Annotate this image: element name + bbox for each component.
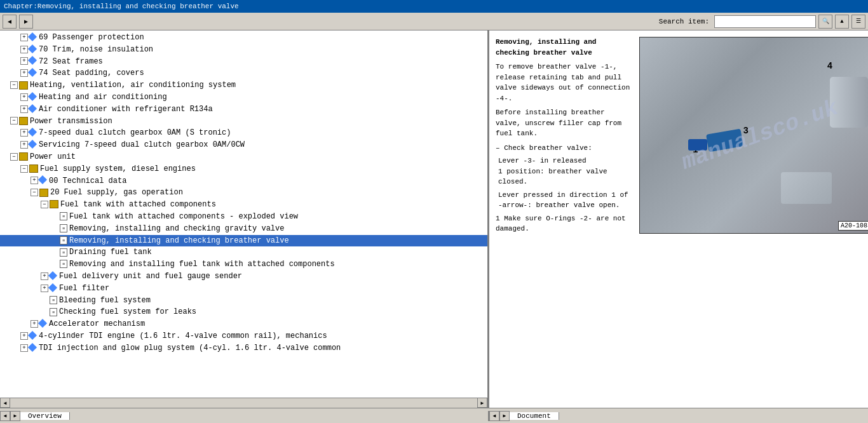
tree-item-label: Heating, ventilation, air conditioning s… (30, 81, 236, 90)
toolbar-menu[interactable]: ☰ (851, 15, 865, 29)
tab-overview[interactable]: Overview (20, 412, 70, 420)
toolbar-btn-1[interactable]: ◀ (3, 15, 17, 29)
tree-item-label: Checking fuel system for leaks (59, 307, 196, 316)
diamond-icon (28, 104, 37, 113)
tree-view[interactable]: +69 Passenger protection+70 Trim, noise … (0, 30, 487, 398)
tree-item-22[interactable]: +Fuel filter (0, 283, 487, 295)
expand-icon[interactable]: + (20, 105, 28, 113)
tree-item-25[interactable]: +Accelerator mechanism (0, 318, 487, 330)
scroll-right[interactable]: ▶ (477, 398, 487, 408)
expand-icon[interactable]: + (41, 272, 48, 280)
tree-item-label: Accelerator mechanism (49, 319, 145, 328)
status-nav-right-2[interactable]: ▶ (499, 411, 510, 421)
search-input[interactable] (714, 15, 816, 28)
expand-icon[interactable]: + (20, 129, 28, 137)
expand-icon[interactable]: + (20, 46, 28, 53)
expand-icon[interactable]: + (20, 141, 28, 149)
tree-item-label: Servicing 7-speed dual clutch gearbox 0A… (39, 140, 245, 149)
expand-icon[interactable]: + (31, 177, 38, 184)
tree-item-label: Heating and air conditioning (39, 93, 167, 102)
tree-item-7[interactable]: +Air conditioner with refrigerant R134a (0, 104, 487, 116)
tree-item-2[interactable]: +70 Trim, noise insulation (0, 44, 487, 56)
book-icon (50, 200, 58, 208)
tree-item-13[interactable]: +00 Technical data (0, 175, 487, 187)
toolbar: ◀ ▶ Search item: 🔍 ▲ ☰ (0, 13, 868, 30)
tree-item-15[interactable]: −Fuel tank with attached components (0, 199, 487, 211)
collapse-icon[interactable]: − (10, 117, 18, 124)
expand-icon[interactable]: + (20, 344, 28, 352)
tree-item-18[interactable]: ≡Removing, installing and checking breat… (0, 235, 487, 247)
collapse-icon[interactable]: − (10, 153, 18, 161)
collapse-icon[interactable]: − (31, 189, 38, 196)
tree-item-8[interactable]: −Power transmission (0, 116, 487, 128)
tree-item-4[interactable]: +74 Seat padding, covers (0, 67, 487, 79)
tree-item-21[interactable]: +Fuel delivery unit and fuel gauge sende… (0, 271, 487, 283)
tree-item-12[interactable]: −Fuel supply system, diesel engines (0, 163, 487, 175)
section-2-text: Before installing breather valve, unscre… (496, 109, 621, 137)
tab-document[interactable]: Document (510, 412, 559, 420)
expand-icon[interactable]: + (20, 34, 28, 41)
expand-icon[interactable]: + (31, 320, 38, 328)
tree-item-10[interactable]: +Servicing 7-speed dual clutch gearbox 0… (0, 139, 487, 151)
tree-item-1[interactable]: +69 Passenger protection (0, 32, 487, 44)
search-btn-2[interactable]: ▲ (835, 15, 849, 29)
tree-item-5[interactable]: −Heating, ventilation, air conditioning … (0, 79, 487, 91)
tree-item-label: Air conditioner with refrigerant R134a (39, 105, 213, 114)
diamond-icon (28, 342, 37, 351)
tree-item-label: Bleeding fuel system (59, 296, 151, 305)
collapse-icon[interactable]: − (41, 201, 48, 208)
tree-item-label: Draining fuel tank (69, 248, 152, 257)
tree-item-17[interactable]: ≡Removing, installing and checking gravi… (0, 223, 487, 235)
tree-item-3[interactable]: +72 Seat frames (0, 56, 487, 68)
diamond-icon (48, 271, 57, 280)
tree-item-label: 00 Technical data (49, 177, 126, 185)
tree-item-9[interactable]: +7-speed dual clutch gearbox 0AM (S tron… (0, 127, 487, 139)
left-bottom-bar: ◀ ▶ (0, 398, 487, 408)
tree-item-16[interactable]: ≡Fuel tank with attached components - ex… (0, 211, 487, 223)
tree-item-label: Fuel filter (59, 284, 109, 293)
tab-document-label: Document (517, 412, 551, 420)
expand-icon[interactable]: + (20, 93, 28, 101)
doc-image: 1 2 3 4 manualsco.uk (639, 37, 862, 401)
image-label: A20-10834 (838, 221, 868, 231)
doc-title: Removing, installing and checking breath… (496, 37, 633, 58)
lever-text-line1: Lever -3- in released (498, 156, 587, 166)
tree-item-label: 74 Seat padding, covers (39, 69, 144, 77)
collapse-icon[interactable]: − (10, 81, 18, 89)
status-nav-left-2[interactable]: ◀ (489, 411, 499, 421)
doc-icon: ≡ (60, 260, 67, 268)
section-4-text: 1 position: breather valve closed. (498, 168, 607, 186)
status-nav-left[interactable]: ◀ (0, 411, 10, 421)
collapse-icon[interactable]: − (20, 165, 28, 173)
expand-icon[interactable]: + (41, 285, 48, 292)
status-nav-right[interactable]: ▶ (10, 411, 20, 421)
tree-item-label: 70 Trim, noise insulation (39, 45, 153, 54)
doc-section-1: To remove breather valve -1-, release re… (496, 62, 633, 104)
tree-item-label: Fuel delivery unit and fuel gauge sender (59, 272, 242, 281)
tree-item-26[interactable]: +4-cylinder TDI engine (1.6 ltr. 4-valve… (0, 330, 487, 342)
expand-icon[interactable]: + (20, 57, 28, 65)
diamond-icon (28, 44, 37, 53)
book-icon (39, 189, 48, 197)
scroll-left[interactable]: ◀ (0, 398, 10, 408)
section-3-dash: – Check breather valve: (496, 144, 592, 152)
tree-item-19[interactable]: ≡Draining fuel tank (0, 246, 487, 258)
tree-item-24[interactable]: ≡Checking fuel system for leaks (0, 306, 487, 318)
expand-icon[interactable]: + (20, 69, 28, 77)
tree-item-label: Removing, installing and checking gravit… (69, 224, 284, 233)
tree-item-20[interactable]: ≡Removing and installing fuel tank with … (0, 258, 487, 271)
tree-item-27[interactable]: +TDI injection and glow plug system (4-c… (0, 342, 487, 354)
diamond-icon (28, 128, 37, 137)
section-6-text: 1 Make sure O-rings -2- are not damaged. (496, 215, 626, 233)
expand-icon[interactable]: + (20, 332, 28, 340)
doc-icon: ≡ (60, 248, 67, 257)
tree-item-14[interactable]: −20 Fuel supply, gas operation (0, 187, 487, 199)
toolbar-btn-2[interactable]: ▶ (19, 15, 33, 29)
technical-diagram: 1 2 3 4 manualsco.uk (639, 37, 868, 234)
tree-item-11[interactable]: −Power unit (0, 151, 487, 163)
diamond-icon (28, 331, 37, 340)
window-title: Chapter:Removing, installing and checkin… (4, 3, 239, 10)
search-btn-1[interactable]: 🔍 (818, 15, 832, 29)
tree-item-6[interactable]: +Heating and air conditioning (0, 91, 487, 104)
tree-item-23[interactable]: ≡Bleeding fuel system (0, 295, 487, 307)
